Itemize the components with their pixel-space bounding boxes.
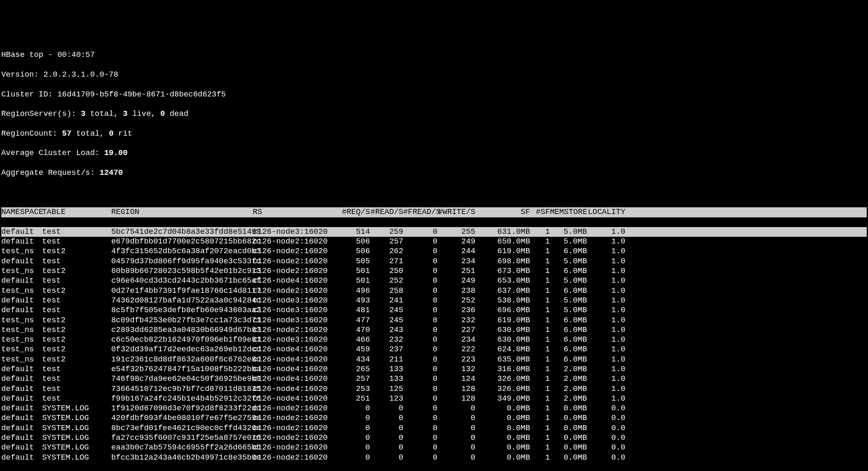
table-row[interactable]: test_nstest2c6c50ecb822b1624970f096eb1f0…: [1, 335, 867, 345]
cell-nsf: 1: [530, 433, 550, 443]
cell-nsf: 1: [530, 413, 550, 423]
table-row[interactable]: defaulttest5bc7541de2c7d04b8a3e33fdd8e51…: [1, 227, 867, 237]
cell-table: test2: [42, 246, 111, 256]
cell-namespace: default: [1, 237, 42, 246]
cell-memstore: 5.0MB: [550, 237, 587, 246]
cell-namespace: default: [1, 443, 42, 452]
table-row[interactable]: defaultSYSTEM.LOG8bc73efd01fee4621c90ec0…: [1, 423, 867, 433]
cell-memstore: 6.0MB: [550, 246, 587, 256]
cell-table: test: [42, 374, 111, 384]
table-row[interactable]: defaultSYSTEM.LOG1f9120d67090d3e70f92d8f…: [1, 404, 867, 413]
cell-nsf: 1: [530, 394, 550, 404]
cell-table: SYSTEM.LOG: [42, 404, 111, 413]
cell-region: 191c2361c8d8df8632a600f6c6762e8d: [111, 355, 253, 364]
cell-memstore: 5.0MB: [550, 276, 587, 286]
cell-rs: c126-node2:16020: [253, 413, 332, 423]
col-reqs-header[interactable]: #REQ/S: [332, 207, 370, 217]
cell-locality: 0.0: [587, 433, 625, 443]
table-row[interactable]: defaultSYSTEM.LOGfa27cc935f6007c931f25e5…: [1, 433, 867, 443]
table-row[interactable]: defaulttestc96e640cd3d3cd2443c2bb3671bc6…: [1, 276, 867, 286]
cell-nsf: 1: [530, 237, 550, 246]
cell-memstore: 6.0MB: [550, 345, 587, 354]
cell-namespace: default: [1, 305, 42, 315]
col-table-header[interactable]: TABLE: [42, 207, 111, 217]
cell-nsf: 1: [530, 257, 550, 266]
table-row[interactable]: defaulttest746f98c7da9ee62e04c50f36925be…: [1, 374, 867, 384]
cell-table: test: [42, 296, 111, 305]
cell-rs: c126-node2:16020: [253, 237, 332, 246]
cell-writes: 236: [437, 305, 475, 315]
table-row[interactable]: defaulttestf99b167a24fc245b1e4b4b52912c3…: [1, 394, 867, 404]
table-row[interactable]: test_nstest2c2893dd6285ea3a04830b66949d6…: [1, 325, 867, 335]
cell-locality: 1.0: [587, 305, 625, 315]
table-row[interactable]: test_nstest28c09dfb4253e0b27fb3e7cc1a73c…: [1, 316, 867, 325]
table-row[interactable]: test_nstest2191c2361c8d8df8632a600f6c676…: [1, 355, 867, 364]
cell-region: c96e640cd3d3cd2443c2bb3671bc65af: [111, 276, 253, 286]
cell-reads: 243: [370, 325, 403, 335]
table-row[interactable]: defaulttest74362d08127bafa1d7522a3a0c942…: [1, 296, 867, 305]
cell-namespace: default: [1, 276, 42, 286]
table-row[interactable]: defaulttest8c5fb7f505e3defb8efb60e943603…: [1, 305, 867, 315]
table-row[interactable]: test_nstest20d27e1f4bb7391f9fae18766c14d…: [1, 286, 867, 296]
cell-nsf: 1: [530, 266, 550, 276]
table-body: defaulttest5bc7541de2c7d04b8a3e33fdd8e51…: [1, 227, 867, 463]
table-row[interactable]: defaultSYSTEM.LOGeaa3b0c7ab57594c6955ff2…: [1, 443, 867, 452]
avg-load-line: Average Cluster Load: 19.00: [1, 148, 867, 158]
cell-memstore: 5.0MB: [550, 227, 587, 237]
col-nsf-header[interactable]: #SF: [530, 207, 550, 217]
cell-reqs: 470: [332, 325, 370, 335]
cell-locality: 1.0: [587, 316, 625, 325]
cell-nsf: 1: [530, 423, 550, 433]
cell-reqs: 0: [332, 413, 370, 423]
cell-freads: 0: [403, 443, 437, 452]
cell-freads: 0: [403, 227, 437, 237]
cell-namespace: default: [1, 413, 42, 423]
col-namespace-header[interactable]: NAMESPACE: [1, 207, 42, 217]
cell-sf: 631.0MB: [475, 227, 530, 237]
cell-rs: c126-node3:16020: [253, 305, 332, 315]
cell-namespace: test_ns: [1, 355, 42, 364]
cell-sf: 637.0MB: [475, 286, 530, 296]
col-memstore-header[interactable]: MEMSTORE: [550, 207, 587, 217]
cell-table: test2: [42, 345, 111, 354]
col-reads-header[interactable]: #READ/S: [370, 207, 403, 217]
table-row[interactable]: defaultSYSTEM.LOGbfcc3b12a243a46cb2b4997…: [1, 453, 867, 463]
cell-writes: 0: [437, 453, 475, 463]
cell-table: SYSTEM.LOG: [42, 423, 111, 433]
table-row[interactable]: test_nstest260b89b66728023c598b5f42e01b2…: [1, 266, 867, 276]
table-row[interactable]: test_nstest20f32dd39af17d2eedec63a269eb1…: [1, 345, 867, 354]
cell-rs: c126-node4:16020: [253, 374, 332, 384]
cell-region: 8bc73efd01fee4621c90ec0cffd4320e: [111, 423, 253, 433]
table-row[interactable]: defaulttest73664510712ec9b7bf7cd87011d81…: [1, 384, 867, 394]
cell-freads: 0: [403, 384, 437, 394]
cell-memstore: 2.0MB: [550, 394, 587, 404]
table-row[interactable]: test_nstest24f3fc315652db5c6a38af2072eac…: [1, 246, 867, 256]
cell-sf: 326.0MB: [475, 384, 530, 394]
cell-rs: c126-node4:16020: [253, 276, 332, 286]
col-region-header[interactable]: REGION: [111, 207, 253, 217]
cell-locality: 1.0: [587, 325, 625, 335]
cell-freads: 0: [403, 335, 437, 345]
cell-locality: 1.0: [587, 246, 625, 256]
col-locality-header[interactable]: LOCALITY: [587, 207, 625, 217]
cell-locality: 1.0: [587, 266, 625, 276]
col-freads-header[interactable]: #FREAD/S: [403, 207, 437, 217]
table-row[interactable]: defaulttest04579d37bd806ff9d95fa940e3c53…: [1, 257, 867, 266]
cell-namespace: default: [1, 374, 42, 384]
table-row[interactable]: defaultteste679dbfbb01d7700e2c5807215bb6…: [1, 237, 867, 246]
table-row[interactable]: defaultteste54f32b76247847f15a1008f5b222…: [1, 364, 867, 374]
table-row[interactable]: defaultSYSTEM.LOG420fdbf093f4be08010f7e6…: [1, 413, 867, 423]
cell-locality: 1.0: [587, 374, 625, 384]
cell-nsf: 1: [530, 374, 550, 384]
cell-rs: c126-node3:16020: [253, 296, 332, 305]
cell-namespace: default: [1, 423, 42, 433]
cell-rs: c126-node2:16020: [253, 404, 332, 413]
cell-freads: 0: [403, 453, 437, 463]
col-sf-header[interactable]: SF: [475, 207, 530, 217]
col-rs-header[interactable]: RS: [253, 207, 332, 217]
cell-rs: c126-node3:16020: [253, 316, 332, 325]
col-writes-header[interactable]: #WRITE/S: [437, 207, 475, 217]
cell-reqs: 514: [332, 227, 370, 237]
cell-nsf: 1: [530, 404, 550, 413]
cell-sf: 0.0MB: [475, 433, 530, 443]
